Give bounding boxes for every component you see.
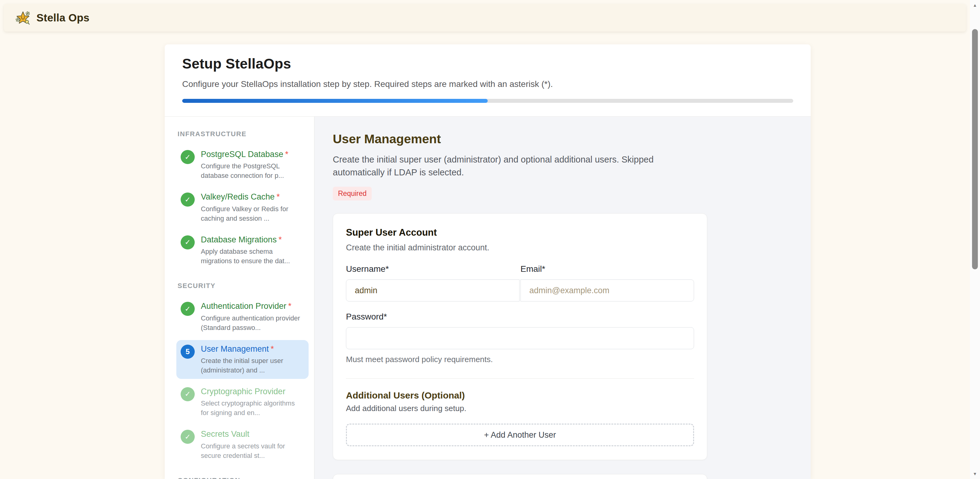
- password-field[interactable]: [346, 327, 694, 349]
- sidebar-item-authentication-provider[interactable]: ✓ Authentication Provider* Configure aut…: [177, 297, 309, 336]
- stella-ops-logo-icon: [15, 11, 31, 25]
- wizard-header: Setup StellaOps Configure your StellaOps…: [165, 45, 811, 117]
- step-number-badge: 5: [181, 345, 195, 359]
- step-title: Database Migrations: [201, 235, 277, 244]
- username-label: Username*: [346, 264, 520, 274]
- step-title: User Management: [201, 344, 269, 353]
- page-description: Create the initial super user (administr…: [333, 153, 665, 179]
- scrollbar-thumb[interactable]: [972, 29, 978, 269]
- check-icon: ✓: [181, 387, 195, 401]
- sidebar-item-cryptographic-provider[interactable]: ✓ Cryptographic Provider Select cryptogr…: [177, 383, 309, 422]
- page-title: User Management: [333, 132, 792, 146]
- required-asterisk: *: [270, 344, 274, 353]
- step-title: Authentication Provider: [201, 301, 286, 311]
- username-field[interactable]: [346, 279, 520, 301]
- step-title: Valkey/Redis Cache: [201, 192, 275, 201]
- required-asterisk: *: [285, 150, 288, 159]
- page-scrollbar[interactable]: ▲ ▼: [970, 0, 980, 479]
- required-asterisk: *: [288, 301, 291, 311]
- sidebar-item-valkey-redis-cache[interactable]: ✓ Valkey/Redis Cache* Configure Valkey o…: [177, 188, 309, 227]
- step-description: Create the initial super user (administr…: [201, 356, 304, 375]
- brand-name: Stella Ops: [37, 12, 89, 24]
- step-description: Configure authentication provider (Stand…: [201, 313, 304, 333]
- check-icon: ✓: [181, 236, 195, 250]
- scrollbar-down-icon[interactable]: ▼: [970, 469, 980, 478]
- check-icon: ✓: [181, 193, 195, 207]
- validation-checks-card: Validation Checks - exists Check passed: [333, 474, 707, 479]
- setup-progress-fill: [182, 99, 488, 103]
- password-help-text: Must meet password policy requirements.: [346, 355, 694, 364]
- additional-users-subtitle: Add additional users during setup.: [346, 404, 694, 413]
- super-user-card-title: Super User Account: [346, 227, 694, 238]
- step-title: Cryptographic Provider: [201, 387, 285, 396]
- setup-progress-bar: [182, 99, 793, 103]
- wizard-subtitle: Configure your StellaOps installation st…: [182, 79, 793, 89]
- step-description: Apply database schema migrations to ensu…: [201, 247, 304, 266]
- email-label: Email*: [520, 264, 694, 274]
- sidebar-item-user-management[interactable]: 5 User Management* Create the initial su…: [177, 340, 309, 379]
- sidebar-item-database-migrations[interactable]: ✓ Database Migrations* Apply database sc…: [177, 231, 309, 270]
- setup-steps-sidebar: INFRASTRUCTURE ✓ PostgreSQL Database* Co…: [165, 117, 314, 479]
- section-label-security: SECURITY: [178, 282, 309, 290]
- setup-wizard-container: Setup StellaOps Configure your StellaOps…: [165, 45, 811, 479]
- sidebar-item-postgresql-database[interactable]: ✓ PostgreSQL Database* Configure the Pos…: [177, 145, 309, 184]
- required-badge: Required: [333, 187, 372, 201]
- add-another-user-button[interactable]: + Add Another User: [346, 423, 694, 446]
- super-user-card-subtitle: Create the initial administrator account…: [346, 243, 694, 253]
- required-asterisk: *: [277, 192, 280, 201]
- email-field[interactable]: [520, 279, 694, 301]
- step-description: Select cryptographic algorithms for sign…: [201, 398, 304, 417]
- additional-users-title: Additional Users (Optional): [346, 390, 694, 401]
- section-divider: [346, 378, 694, 379]
- wizard-title: Setup StellaOps: [182, 56, 793, 72]
- section-label-configuration: CONFIGURATION: [178, 477, 309, 479]
- required-asterisk: *: [278, 235, 282, 244]
- super-user-account-card: Super User Account Create the initial ad…: [333, 213, 707, 460]
- top-navbar: Stella Ops: [4, 4, 966, 32]
- step-content-panel: User Management Create the initial super…: [314, 117, 811, 479]
- check-icon: ✓: [181, 302, 195, 316]
- step-description: Configure a secrets vault for secure cre…: [201, 441, 304, 460]
- section-label-infrastructure: INFRASTRUCTURE: [178, 130, 309, 138]
- sidebar-item-secrets-vault[interactable]: ✓ Secrets Vault Configure a secrets vaul…: [177, 425, 309, 464]
- check-icon: ✓: [181, 430, 195, 444]
- step-title: Secrets Vault: [201, 430, 250, 439]
- step-title: PostgreSQL Database: [201, 150, 283, 159]
- password-label: Password*: [346, 312, 694, 322]
- scrollbar-up-icon[interactable]: ▲: [970, 1, 980, 10]
- step-description: Configure the PostgreSQL database connec…: [201, 161, 304, 180]
- step-description: Configure Valkey or Redis for caching an…: [201, 204, 304, 223]
- check-icon: ✓: [181, 150, 195, 164]
